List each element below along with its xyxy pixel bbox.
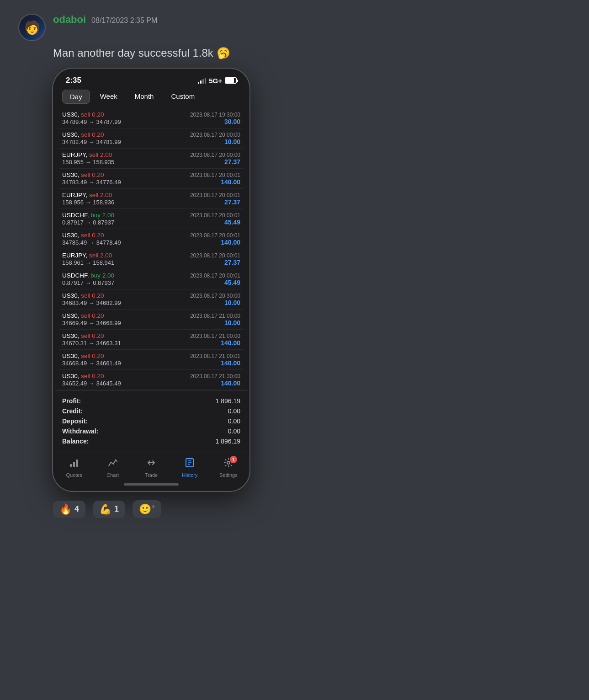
svg-point-8 [227,461,230,464]
trade-date: 2023.08.17 20:00:01 [190,252,240,259]
bottom-nav: Quotes Chart Trade [55,453,248,480]
trade-profit: 27.37 [224,158,240,166]
trade-profit: 27.37 [224,198,240,206]
nav-chart[interactable]: Chart [93,458,132,478]
svg-rect-1 [73,462,75,467]
reaction-muscle[interactable]: 💪 1 [93,501,125,518]
trade-prices: 34669.49 → 34668.99 [62,320,121,326]
trade-date: 2023.08.17 20:00:01 [190,273,240,279]
trade-profit: 140.00 [221,359,240,367]
muscle-emoji: 💪 [99,503,111,515]
trade-name: USDCHF, buy 2.00 [62,272,114,279]
trade-date: 2023.08.17 21:00:01 [190,353,240,359]
period-tabs: Day Week Month Custom [55,90,248,104]
trade-row: EURJPY, sell 2.00 2023.08.17 20:00:00 15… [59,149,243,169]
profit-value: 1 896.19 [216,397,241,405]
trade-date: 2023.08.17 20:30:00 [190,293,240,299]
network-label: 5G+ [209,77,222,85]
post-content: Man another day successful 1.8k 🥱 [53,47,571,59]
trade-name: US30, sell 0.20 [62,373,104,379]
settings-label: Settings [219,472,238,478]
summary-balance-row: Balance: 1 896.19 [62,436,240,446]
history-icon [185,458,195,470]
post-author: odaboi [53,14,86,26]
trade-date: 2023.08.17 21:00:00 [190,333,240,339]
avatar: 🧑 [18,14,46,41]
trade-date: 2023.08.17 21:30:00 [190,373,240,379]
trade-name: EURJPY, sell 2.00 [62,151,112,158]
credit-label: Credit: [62,407,83,415]
trade-prices: 158.956 → 158.936 [62,199,114,206]
nav-quotes[interactable]: Quotes [55,458,93,478]
add-reaction-button[interactable]: 🙂+ [133,500,161,518]
summary-credit-row: Credit: 0.00 [62,406,240,416]
author-line: odaboi 08/17/2023 2:35 PM [53,14,157,26]
tab-day[interactable]: Day [62,90,90,104]
trade-profit: 140.00 [221,178,240,186]
summary-withdrawal-row: Withdrawal: 0.00 [62,426,240,436]
phone-mockup: 2:35 5G+ Day Week Month Custom [53,69,249,491]
trade-list: US30, sell 0.20 2023.08.17 19:30:00 3478… [55,108,248,390]
trade-row: EURJPY, sell 2.00 2023.08.17 20:00:01 15… [59,189,243,209]
trade-profit: 10.00 [224,319,240,326]
trade-icon [146,458,156,470]
trade-profit: 45.49 [224,219,240,226]
trade-label: Trade [145,472,158,478]
trade-prices: 0.87917 → 0.87937 [62,219,114,226]
trade-row: USDCHF, buy 2.00 2023.08.17 20:00:01 0.8… [59,269,243,289]
summary-deposit-row: Deposit: 0.00 [62,416,240,426]
trade-name: US30, sell 0.20 [62,332,104,339]
post-timestamp: 08/17/2023 2:35 PM [91,16,157,25]
trade-name: EURJPY, sell 2.00 [62,192,112,198]
tab-week[interactable]: Week [93,90,125,104]
fire-count: 4 [74,504,79,514]
trade-name: US30, sell 0.20 [62,171,104,178]
trade-prices: 158.961 → 158.941 [62,259,114,266]
trade-profit: 30.00 [224,118,240,125]
trade-date: 2023.08.17 20:00:01 [190,172,240,178]
svg-rect-2 [76,460,78,467]
chart-label: Chart [106,472,119,478]
status-bar: 2:35 5G+ [55,76,248,85]
fire-emoji: 🔥 [59,503,72,515]
summary-section: Profit: 1 896.19 Credit: 0.00 Deposit: 0… [55,390,248,450]
trade-date: 2023.08.17 20:00:00 [190,132,240,138]
trade-date: 2023.08.17 21:00:00 [190,313,240,319]
trade-prices: 34785.49 → 34778.49 [62,239,121,246]
post-meta: odaboi 08/17/2023 2:35 PM [53,14,157,26]
trade-row: US30, sell 0.20 2023.08.17 20:30:00 3468… [59,289,243,310]
trade-profit: 27.37 [224,259,240,266]
reaction-fire[interactable]: 🔥 4 [53,501,85,518]
trade-name: US30, sell 0.20 [62,312,104,319]
quotes-icon [69,458,79,470]
trade-row: US30, sell 0.20 2023.08.17 19:30:00 3478… [59,108,243,128]
tab-month[interactable]: Month [127,90,161,104]
trade-prices: 34782.49 → 34781.99 [62,139,121,145]
trade-prices: 34668.49 → 34661.49 [62,360,121,367]
nav-trade[interactable]: Trade [132,458,170,478]
trade-prices: 158.955 → 158.935 [62,159,114,166]
trade-prices: 34789.49 → 34787.99 [62,118,121,125]
trade-name: EURJPY, sell 2.00 [62,252,112,259]
trade-date: 2023.08.17 20:00:01 [190,232,240,239]
trade-date: 2023.08.17 20:00:00 [190,152,240,158]
withdrawal-label: Withdrawal: [62,427,98,435]
chart-icon [108,458,118,470]
add-reaction-icon: 🙂+ [139,503,155,515]
settings-badge: 1 [230,456,237,463]
deposit-label: Deposit: [62,417,88,425]
deposit-value: 0.00 [228,417,240,425]
trade-profit: 10.00 [224,138,240,145]
trade-profit: 140.00 [221,379,240,387]
signal-bars-icon [198,77,206,84]
muscle-count: 1 [114,504,119,514]
trade-name: US30, sell 0.20 [62,292,104,299]
nav-settings[interactable]: 1 Settings [209,458,248,478]
trade-row: USDCHF, buy 2.00 2023.08.17 20:00:01 0.8… [59,209,243,229]
trade-profit: 10.00 [224,299,240,306]
nav-history[interactable]: History [170,458,209,478]
trade-row: EURJPY, sell 2.00 2023.08.17 20:00:01 15… [59,249,243,269]
trade-date: 2023.08.17 20:00:01 [190,212,240,219]
quotes-label: Quotes [66,472,82,478]
tab-custom[interactable]: Custom [164,90,202,104]
